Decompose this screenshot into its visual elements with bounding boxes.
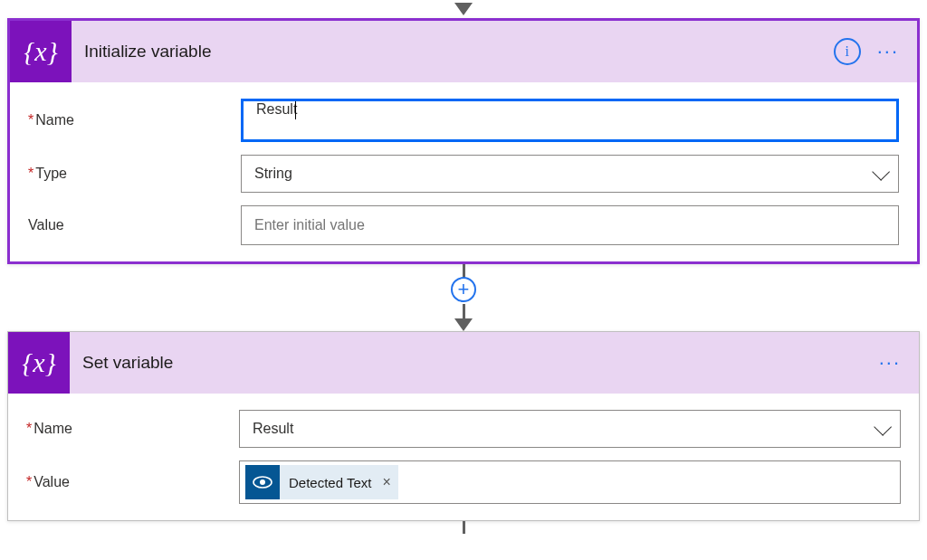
field-label-type: *Type [28, 166, 241, 182]
dynamic-content-token[interactable]: Detected Text × [245, 465, 398, 499]
plus-icon: + [458, 280, 470, 299]
variable-icon-glyph: {x} [24, 36, 57, 67]
field-label-value: *Value [26, 474, 239, 490]
info-glyph: i [845, 43, 848, 60]
flow-arrow-out [7, 521, 920, 534]
arrow-stem [463, 304, 465, 318]
variable-icon: {x} [10, 21, 72, 82]
name-input[interactable]: Result [241, 99, 899, 142]
field-label-value: Value [28, 217, 241, 233]
eye-icon [245, 465, 280, 499]
add-step-button[interactable]: + [451, 277, 476, 302]
type-select-value: String [254, 166, 292, 182]
value-input[interactable] [241, 205, 899, 245]
field-row-name: *Name Result [28, 99, 899, 142]
more-icon[interactable]: ··· [874, 42, 903, 62]
field-control-value: Detected Text × [239, 460, 901, 504]
arrow-head-icon [454, 318, 473, 331]
text-cursor [295, 101, 296, 119]
arrow-head-icon [454, 3, 473, 15]
value-token-input[interactable]: Detected Text × [239, 460, 901, 504]
field-label-name: *Name [26, 421, 239, 437]
field-row-value: Value [28, 205, 899, 245]
field-control-name: Result [239, 410, 901, 448]
eye-icon-svg [253, 476, 272, 489]
arrow-stem [463, 521, 465, 534]
card-header[interactable]: {x} Initialize variable i ··· [10, 21, 917, 82]
required-asterisk: * [28, 166, 33, 181]
card-body: *Name Result *Type String Value [10, 82, 917, 261]
info-icon[interactable]: i [834, 38, 861, 65]
name-input-value: Result [256, 101, 297, 117]
card-header[interactable]: {x} Set variable ··· [8, 332, 919, 394]
action-card-set-variable[interactable]: {x} Set variable ··· *Name Result *Value [7, 331, 920, 521]
field-control-type: String [241, 155, 899, 193]
required-asterisk: * [26, 421, 32, 436]
required-asterisk: * [28, 112, 33, 128]
name-select-value: Result [253, 421, 293, 437]
card-title: Initialize variable [84, 42, 821, 62]
more-icon[interactable]: ··· [875, 353, 904, 373]
card-title: Set variable [82, 353, 863, 373]
field-row-name: *Name Result [26, 410, 901, 448]
field-row-value: *Value Detected Text × [26, 460, 901, 504]
card-body: *Name Result *Value [8, 394, 919, 520]
flow-connector: + [7, 264, 920, 331]
required-asterisk: * [26, 474, 32, 489]
action-card-initialize-variable[interactable]: {x} Initialize variable i ··· *Name Resu… [7, 18, 920, 264]
type-select[interactable]: String [241, 155, 899, 193]
name-select[interactable]: Result [239, 410, 901, 448]
token-remove-button[interactable]: × [380, 474, 397, 490]
field-label-name: *Name [28, 112, 241, 128]
flow-arrow-in [7, 0, 920, 18]
token-label: Detected Text [280, 475, 380, 490]
label-text: Type [35, 166, 67, 181]
label-text: Name [33, 421, 72, 436]
label-text: Name [35, 112, 74, 128]
svg-point-1 [260, 479, 265, 485]
chevron-down-icon [872, 163, 890, 181]
variable-icon-glyph: {x} [22, 347, 55, 378]
variable-icon: {x} [8, 332, 70, 394]
field-control-name: Result [241, 99, 899, 142]
label-text: Value [28, 217, 64, 233]
chevron-down-icon [874, 418, 892, 436]
field-row-type: *Type String [28, 155, 899, 193]
field-control-value [241, 205, 899, 245]
label-text: Value [33, 474, 70, 489]
